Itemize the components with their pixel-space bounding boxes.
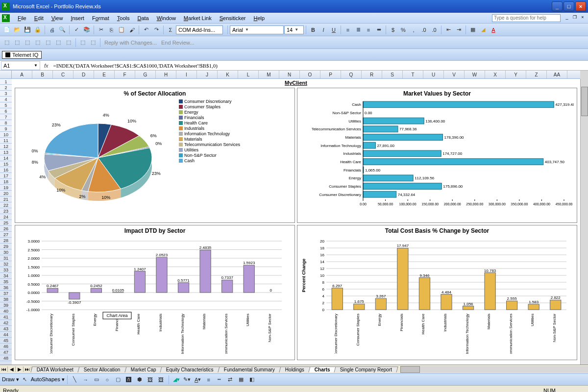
tab-nav-last[interactable]: ⏭ — [24, 367, 31, 372]
currency-button[interactable]: $ — [388, 25, 398, 35]
select-objects-button[interactable]: ↖ — [20, 375, 30, 385]
sheet-tab-holdings[interactable]: Holdings — [279, 367, 310, 372]
menu-format[interactable]: Format — [88, 15, 113, 21]
decrease-indent-button[interactable]: ⇤ — [443, 25, 453, 35]
line-color-draw[interactable]: ✎▾ — [182, 375, 192, 385]
align-right-button[interactable]: ≡ — [364, 25, 373, 35]
percent-button[interactable]: % — [398, 25, 408, 35]
save-button[interactable]: 💾 — [23, 25, 32, 35]
merge-center-button[interactable]: ⬌ — [374, 25, 384, 35]
select-all-corner[interactable] — [0, 71, 12, 79]
clipart-tool[interactable]: 🖼 — [146, 375, 155, 385]
borders-button[interactable]: ▦ — [468, 25, 478, 35]
3d-button[interactable]: ◧ — [247, 375, 257, 385]
sheet-tab-single-company-report[interactable]: Single Company Report — [334, 367, 398, 372]
font-size-combo[interactable]: 14▼ — [284, 25, 304, 34]
minimize-button[interactable]: _ — [552, 1, 563, 11]
decrease-decimal-button[interactable]: .0 — [429, 25, 439, 35]
workbook-minimize-button[interactable]: _ — [564, 15, 570, 22]
horizontal-scrollbar[interactable] — [400, 366, 588, 373]
arrow-tool[interactable]: → — [81, 375, 91, 385]
font-combo[interactable]: Arial▼ — [230, 25, 284, 34]
arrow-style-button[interactable]: ⇄ — [225, 375, 235, 385]
research-button[interactable]: 📚 — [82, 25, 92, 35]
workbook-close-button[interactable]: × — [579, 15, 586, 22]
comma-button[interactable]: , — [409, 25, 418, 35]
dash-style-button[interactable]: ┅ — [215, 375, 224, 385]
row-headers[interactable]: 1234567891011121314151617181920212223242… — [0, 79, 12, 365]
menu-tools[interactable]: Tools — [113, 15, 134, 21]
sheet-tab-market-cap[interactable]: Market Cap — [124, 367, 162, 372]
copy-button[interactable]: ⎘ — [106, 25, 116, 35]
fx-icon[interactable]: fx — [41, 63, 51, 69]
draw-menu[interactable]: Draw ▾ — [2, 376, 19, 383]
review-btn-5[interactable]: ⬚ — [43, 38, 53, 48]
worksheet-area[interactable]: MyClient % of Sector Allocation 4%10%6%0… — [12, 79, 580, 365]
cut-button[interactable]: ✂ — [96, 25, 106, 35]
picture-tool[interactable]: 🖼 — [156, 375, 166, 385]
telemet-iq-button[interactable]: Telemet IQ — [2, 51, 42, 59]
chart-bar-cost-basis[interactable]: Total Cost Basis % Change by Sector 0246… — [297, 225, 577, 360]
italic-button[interactable]: I — [318, 25, 328, 35]
textbox-tool[interactable]: ▢ — [113, 375, 123, 385]
menu-help[interactable]: Help — [250, 15, 269, 21]
menu-file[interactable]: File — [14, 15, 30, 21]
underline-button[interactable]: U — [329, 25, 339, 35]
line-style-button[interactable]: ≡ — [204, 375, 214, 385]
menu-market-link[interactable]: Market Link — [180, 15, 216, 21]
line-tool[interactable]: ╲ — [70, 375, 80, 385]
fill-color-button[interactable]: ◢ — [478, 25, 488, 35]
paste-button[interactable]: 📋 — [117, 25, 126, 35]
menu-view[interactable]: View — [48, 15, 67, 21]
menu-sensiticker[interactable]: Sensiticker — [216, 15, 250, 21]
menu-edit[interactable]: Edit — [30, 15, 48, 21]
autosum-button[interactable]: Σ — [166, 25, 175, 35]
workbook-restore-button[interactable]: ❐ — [571, 15, 578, 22]
format-painter-button[interactable]: 🖌 — [127, 25, 137, 35]
increase-indent-button[interactable]: ⇥ — [454, 25, 464, 35]
tab-nav-first[interactable]: ⏮ — [0, 367, 8, 372]
menu-data[interactable]: Data — [133, 15, 152, 21]
sheet-tab-equity-characteristics[interactable]: Equity Characteristics — [160, 367, 220, 372]
chart-pie-sector-allocation[interactable]: % of Sector Allocation 4%10%6%0%23%10%2%… — [15, 88, 295, 223]
align-left-button[interactable]: ≡ — [343, 25, 353, 35]
tab-nav-prev[interactable]: ◀ — [8, 367, 16, 372]
sheet-tab-data-worksheet[interactable]: DATA Worksheet — [30, 367, 79, 372]
fill-color-draw[interactable]: ◢▾ — [172, 375, 181, 385]
print-button[interactable]: 🖨 — [47, 25, 57, 35]
redo-button[interactable]: ↷ — [151, 25, 161, 35]
excel-doc-icon[interactable] — [2, 14, 10, 22]
shadow-button[interactable]: ▦ — [236, 375, 246, 385]
maximize-button[interactable]: □ — [564, 1, 574, 11]
review-btn-7[interactable]: ⬚ — [64, 38, 74, 48]
help-search-input[interactable] — [492, 14, 561, 22]
rectangle-tool[interactable]: ▭ — [92, 375, 101, 385]
bold-button[interactable]: B — [308, 25, 318, 35]
menu-insert[interactable]: Insert — [67, 15, 88, 21]
align-center-button[interactable]: ≣ — [353, 25, 363, 35]
new-button[interactable]: 📄 — [2, 25, 12, 35]
sheet-tab-fundamental-summary[interactable]: Fundamental Summary — [218, 367, 281, 372]
permission-button[interactable]: 🔒 — [33, 25, 43, 35]
chart-bar-impact-dtd[interactable]: Impact DTD by Sector -1.0000-0.50000.000… — [15, 225, 295, 360]
review-btn-4[interactable]: ⬚ — [33, 38, 43, 48]
chart-bar-market-values[interactable]: Market Values by Sector Cash427,319.48No… — [297, 88, 577, 223]
formula-input[interactable] — [51, 61, 588, 70]
com-addins-button[interactable]: COM Add-Ins... — [176, 25, 223, 34]
column-headers[interactable]: ABCDEFGHIJKLMNOPQRSTUVWXYZAA — [12, 71, 580, 79]
tab-nav-next[interactable]: ▶ — [16, 367, 24, 372]
review-btn-8[interactable]: ⬚ — [78, 38, 88, 48]
wordart-tool[interactable]: 🅰 — [124, 375, 134, 385]
review-btn-1[interactable]: ⬚ — [2, 38, 12, 48]
spelling-button[interactable]: ✓ — [72, 25, 81, 35]
diagram-tool[interactable]: ⬢ — [135, 375, 145, 385]
review-btn-2[interactable]: ⬚ — [12, 38, 22, 48]
increase-decimal-button[interactable]: .0 — [419, 25, 429, 35]
review-btn-6[interactable]: ⬚ — [53, 38, 63, 48]
undo-button[interactable]: ↶ — [141, 25, 151, 35]
oval-tool[interactable]: ○ — [102, 375, 112, 385]
font-color-button[interactable]: A — [489, 25, 498, 35]
review-btn-3[interactable]: ⬚ — [23, 38, 32, 48]
autoshapes-menu[interactable]: AutoShapes ▾ — [31, 376, 65, 383]
review-btn-9[interactable]: ⬚ — [88, 38, 98, 48]
